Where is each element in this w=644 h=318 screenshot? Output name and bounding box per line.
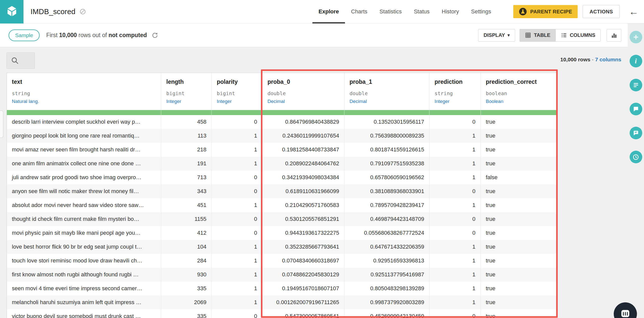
cell-proba_1[interactable]: 0.4698794423148709 [344, 212, 430, 226]
actions-button[interactable]: ACTIONS [583, 5, 620, 18]
cell-proba_1[interactable]: 0.9251137795416987 [344, 268, 430, 282]
cell-proba_0[interactable]: 0.5301205576851291 [262, 212, 344, 226]
cell-polarity[interactable]: 1 [212, 282, 262, 296]
cell-prediction[interactable]: 1 [430, 240, 481, 254]
cell-proba_0[interactable]: 0.6189110631966099 [262, 184, 344, 198]
cell-length[interactable]: 335 [161, 282, 212, 296]
cell-length[interactable]: 412 [161, 226, 212, 240]
info-panel-button[interactable]: i [630, 55, 642, 67]
cell-proba_0[interactable]: 0.0012620079196711265 [262, 296, 344, 309]
tab-settings[interactable]: Settings [465, 0, 497, 23]
cell-length[interactable]: 451 [161, 198, 212, 212]
cell-length[interactable]: 113 [161, 129, 212, 143]
cell-proba_1[interactable]: 0.7910977515935238 [344, 157, 430, 171]
table-search-box[interactable] [7, 52, 35, 69]
cell-prediction[interactable]: 1 [430, 296, 481, 309]
cell-polarity[interactable]: 1 [212, 143, 262, 157]
cell-text[interactable]: seen movi 4 time everi time impress seco… [7, 282, 161, 296]
cell-proba_1[interactable]: 0.7563988000089235 [344, 129, 430, 143]
quick-charts-button[interactable] [607, 29, 621, 42]
cell-prediction_correct[interactable]: true [481, 198, 557, 212]
cell-polarity[interactable]: 1 [212, 268, 262, 282]
details-panel-button[interactable] [630, 79, 642, 91]
cell-length[interactable]: 1155 [161, 212, 212, 226]
cell-text[interactable]: movi physic pain sit mayb like mani peop… [7, 226, 161, 240]
cell-text[interactable]: describ larri interview complet suckhol … [7, 115, 161, 129]
cell-length[interactable]: 343 [161, 184, 212, 198]
cell-prediction_correct[interactable]: true [481, 309, 557, 318]
cell-prediction[interactable]: 0 [430, 212, 481, 226]
columns-view-button[interactable]: COLUMNS [555, 29, 601, 42]
cell-proba_0[interactable]: 0.2089022484064762 [262, 157, 344, 171]
cell-prediction[interactable]: 1 [430, 282, 481, 296]
cell-proba_1[interactable]: 0.7895709428239417 [344, 198, 430, 212]
cell-prediction[interactable]: 1 [430, 268, 481, 282]
column-meaning-link[interactable]: Boolean [486, 99, 552, 104]
cell-length[interactable]: 713 [161, 171, 212, 184]
cell-prediction_correct[interactable]: true [481, 115, 557, 129]
cell-proba_1[interactable]: 0.3810889368033901 [344, 184, 430, 198]
collapse-panel-arrow-icon[interactable]: ← [629, 7, 638, 16]
cell-prediction[interactable]: 1 [430, 171, 481, 184]
cell-length[interactable]: 191 [161, 157, 212, 171]
column-header-length[interactable]: lengthbigintInteger [161, 73, 212, 110]
cell-proba_1[interactable]: 0.4526999942130459 [344, 309, 430, 318]
column-meaning-link[interactable]: Integer [166, 99, 206, 104]
cell-prediction[interactable]: 0 [430, 226, 481, 240]
cell-text[interactable]: love best horror flick 90 br br edg seat… [7, 240, 161, 254]
column-meaning-link[interactable]: Decimal [267, 99, 339, 104]
cell-proba_0[interactable]: 0.2104290571760583 [262, 198, 344, 212]
column-header-proba_0[interactable]: proba_0doubleDecimal [262, 73, 344, 110]
cell-proba_0[interactable]: 0.19495167018607107 [262, 282, 344, 296]
cell-text[interactable]: anyon see film will notic maker threw lo… [7, 184, 161, 198]
cell-text[interactable]: thought id check film current make film … [7, 212, 161, 226]
cell-polarity[interactable]: 1 [212, 240, 262, 254]
cell-polarity[interactable]: 0 [212, 184, 262, 198]
cell-proba_0[interactable]: 0.34219394098034384 [262, 171, 344, 184]
cell-prediction_correct[interactable]: true [481, 268, 557, 282]
cell-length[interactable]: 218 [161, 143, 212, 157]
cell-prediction_correct[interactable]: true [481, 240, 557, 254]
cell-polarity[interactable]: 0 [212, 226, 262, 240]
display-dropdown-button[interactable]: DISPLAY ▾ [478, 29, 515, 42]
cell-text[interactable]: one anim film animatrix collect one nine… [7, 157, 161, 171]
tab-explore[interactable]: Explore [312, 0, 345, 23]
cell-prediction_correct[interactable]: true [481, 296, 557, 309]
cell-prediction[interactable]: 1 [430, 254, 481, 268]
tab-history[interactable]: History [436, 0, 465, 23]
column-meaning-link[interactable]: Integer [435, 99, 475, 104]
cell-proba_0[interactable]: 0.8647969840438829 [262, 115, 344, 129]
cell-proba_0[interactable]: 0.9443193617322275 [262, 226, 344, 240]
cell-prediction[interactable]: 1 [430, 198, 481, 212]
cell-length[interactable]: 930 [161, 268, 212, 282]
cell-text[interactable]: giorgino peopl look bit long one rare re… [7, 129, 161, 143]
cell-polarity[interactable]: 0 [212, 212, 262, 226]
cell-proba_0[interactable]: 0.5473000057869541 [262, 309, 344, 318]
cell-prediction[interactable]: 1 [430, 129, 481, 143]
discussions-panel-button[interactable] [630, 127, 642, 139]
cell-proba_0[interactable]: 0.24360119999107654 [262, 129, 344, 143]
column-meaning-link[interactable]: Natural lang. [12, 99, 156, 104]
cell-prediction[interactable]: 1 [430, 157, 481, 171]
cell-text[interactable]: touch love stori reminisc mood love draw… [7, 254, 161, 268]
column-header-proba_1[interactable]: proba_1doubleDecimal [344, 73, 430, 110]
cell-polarity[interactable]: 1 [212, 129, 262, 143]
column-header-prediction_correct[interactable]: prediction_correctbooleanBoolean [481, 73, 557, 110]
left-drawer-handle[interactable] [0, 111, 3, 138]
cell-polarity[interactable]: 1 [212, 254, 262, 268]
column-count-link[interactable]: 7 columns [595, 57, 621, 62]
cell-prediction_correct[interactable]: true [481, 143, 557, 157]
cell-prediction[interactable]: 0 [430, 309, 481, 318]
column-header-polarity[interactable]: polaritybigintInteger [212, 73, 262, 110]
cell-length[interactable]: 335 [161, 309, 212, 318]
cell-text[interactable]: absolut ador movi never heard saw video … [7, 198, 161, 212]
tab-status[interactable]: Status [408, 0, 436, 23]
sample-button[interactable]: Sample [9, 30, 40, 41]
add-panel-button[interactable] [630, 31, 642, 43]
refresh-sample-icon[interactable] [151, 32, 158, 39]
cell-prediction_correct[interactable]: true [481, 254, 557, 268]
cell-polarity[interactable]: 1 [212, 157, 262, 171]
table-view-button[interactable]: TABLE [520, 29, 555, 42]
cell-polarity[interactable]: 1 [212, 296, 262, 309]
cell-prediction_correct[interactable]: true [481, 129, 557, 143]
